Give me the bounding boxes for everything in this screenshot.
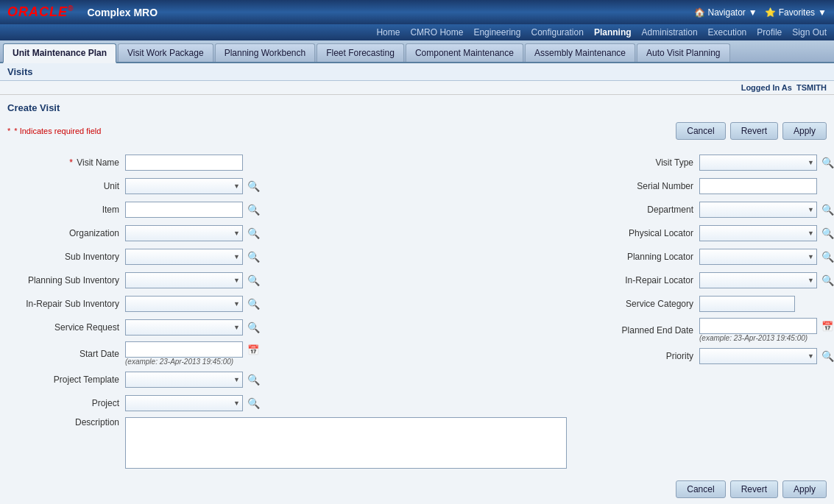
visit-name-label: * Visit Name [7, 157, 125, 168]
sub-inventory-label: Sub Inventory [7, 252, 125, 262]
logged-in-label: Logged In As [741, 83, 792, 92]
description-input-group [125, 417, 567, 469]
planning-locator-select[interactable] [699, 249, 817, 265]
project-template-select[interactable] [125, 372, 243, 388]
department-label: Department [582, 205, 699, 215]
item-field[interactable] [125, 202, 243, 218]
project-search-icon[interactable]: 🔍 [246, 396, 261, 411]
service-request-select[interactable] [125, 319, 243, 336]
nav-sign-out[interactable]: Sign Out [792, 27, 827, 38]
physical-locator-select[interactable] [699, 225, 817, 241]
visit-type-row: Visit Type 🔍 [582, 153, 834, 172]
revert-button-bottom[interactable]: Revert [730, 480, 778, 498]
visit-type-input-group: 🔍 [699, 155, 834, 171]
in-repair-locator-search-icon[interactable]: 🔍 [820, 273, 834, 288]
action-bar-bottom: Cancel Revert Apply [7, 480, 827, 498]
nav-execution[interactable]: Execution [708, 27, 747, 38]
nav-administration[interactable]: Administration [642, 27, 698, 38]
nav-configuration[interactable]: Configuration [531, 27, 583, 38]
project-select[interactable] [125, 395, 243, 411]
required-note: * * Indicates required field [7, 127, 101, 135]
nav-engineering[interactable]: Engineering [473, 27, 520, 38]
logged-in-user: TSMITH [796, 83, 827, 92]
unit-select[interactable] [125, 178, 243, 194]
tab-unit-maintenance-plan[interactable]: Unit Maintenance Plan [3, 43, 116, 63]
service-category-input-group [699, 296, 795, 312]
cancel-button-bottom[interactable]: Cancel [676, 480, 725, 498]
visit-name-field[interactable] [125, 155, 243, 171]
visit-name-input-group [125, 155, 243, 171]
project-template-row: Project Template 🔍 [7, 370, 567, 389]
department-input-group: 🔍 [699, 202, 834, 218]
description-field[interactable] [125, 417, 567, 469]
service-request-row: Service Request 🔍 [7, 318, 567, 337]
priority-search-icon[interactable]: 🔍 [820, 349, 834, 363]
service-request-label: Service Request [7, 322, 125, 333]
tab-planning-workbench[interactable]: Planning Workbench [215, 43, 316, 62]
organization-input-group: 🔍 [125, 225, 261, 241]
planned-end-date-field[interactable] [699, 318, 817, 334]
favorites-arrow-icon: ▼ [818, 7, 827, 18]
planning-sub-inventory-select[interactable] [125, 272, 243, 288]
sub-header-label: Visits [7, 66, 32, 77]
project-template-label: Project Template [7, 375, 125, 385]
required-star: * [7, 127, 10, 135]
planning-sub-inventory-search-icon[interactable]: 🔍 [246, 273, 261, 288]
in-repair-sub-inventory-select[interactable] [125, 296, 243, 312]
start-date-calendar-icon[interactable]: 📅 [246, 342, 261, 357]
apply-button-top[interactable]: Apply [782, 122, 827, 140]
visit-type-search-icon[interactable]: 🔍 [820, 155, 834, 170]
nav-planning[interactable]: Planning [594, 27, 632, 38]
project-template-input-group: 🔍 [125, 372, 261, 388]
planned-end-date-label: Planned End Date [582, 325, 699, 336]
nav-profile[interactable]: Profile [757, 27, 782, 38]
start-date-field[interactable] [125, 341, 243, 358]
serial-number-field[interactable] [699, 178, 817, 194]
tab-auto-visit-planning[interactable]: Auto Visit Planning [637, 43, 730, 62]
visit-name-row: * Visit Name [7, 153, 567, 172]
tab-component-maintenance[interactable]: Component Maintenance [406, 43, 523, 62]
physical-locator-search-icon[interactable]: 🔍 [820, 226, 834, 241]
organization-search-icon[interactable]: 🔍 [246, 226, 261, 241]
item-search-icon[interactable]: 🔍 [246, 202, 261, 217]
organization-label: Organization [7, 228, 125, 238]
organization-select[interactable] [125, 225, 243, 241]
apply-button-bottom[interactable]: Apply [782, 480, 827, 498]
planning-locator-search-icon[interactable]: 🔍 [820, 249, 834, 264]
planning-sub-inventory-label: Planning Sub Inventory [7, 275, 125, 285]
project-label: Project [7, 398, 125, 408]
planned-end-date-calendar-icon[interactable]: 📅 [820, 319, 834, 333]
sub-inventory-select[interactable] [125, 249, 243, 265]
tab-fleet-forecasting[interactable]: Fleet Forecasting [317, 43, 404, 62]
service-category-select[interactable] [699, 296, 795, 312]
navigator-button[interactable]: 🏠 Navigator ▼ [694, 7, 757, 18]
in-repair-locator-select[interactable] [699, 272, 817, 288]
unit-search-icon[interactable]: 🔍 [246, 179, 261, 194]
sub-inventory-search-icon[interactable]: 🔍 [246, 249, 261, 264]
service-category-label: Service Category [582, 299, 699, 309]
tab-assembly-maintenance[interactable]: Assembly Maintenance [525, 43, 635, 62]
physical-locator-input-group: 🔍 [699, 225, 834, 241]
logged-in-bar: Logged In As TSMITH [0, 81, 834, 95]
section-title: Create Visit [7, 102, 827, 116]
in-repair-sub-inventory-search-icon[interactable]: 🔍 [246, 297, 261, 311]
favorites-button[interactable]: ⭐ Favorites ▼ [765, 7, 827, 18]
department-row: Department 🔍 [582, 200, 834, 219]
start-date-input-group: 📅 (example: 23-Apr-2013 19:45:00) [125, 341, 261, 366]
item-input-group: 🔍 [125, 202, 261, 218]
service-request-search-icon[interactable]: 🔍 [246, 320, 261, 335]
project-template-search-icon[interactable]: 🔍 [246, 372, 261, 387]
nav-cmro-home[interactable]: CMRO Home [410, 27, 463, 38]
department-select[interactable] [699, 202, 817, 218]
service-category-row: Service Category [582, 294, 834, 313]
department-search-icon[interactable]: 🔍 [820, 202, 834, 217]
priority-select[interactable] [699, 348, 817, 364]
form-left-column: * Visit Name Unit 🔍 Item [7, 153, 582, 473]
serial-number-input-group [699, 178, 817, 194]
navigator-label: Navigator [708, 7, 746, 18]
visit-type-select[interactable] [699, 155, 817, 171]
revert-button-top[interactable]: Revert [730, 122, 778, 140]
nav-home[interactable]: Home [376, 27, 400, 38]
tab-visit-work-package[interactable]: Visit Work Package [118, 43, 213, 62]
cancel-button-top[interactable]: Cancel [676, 122, 725, 140]
